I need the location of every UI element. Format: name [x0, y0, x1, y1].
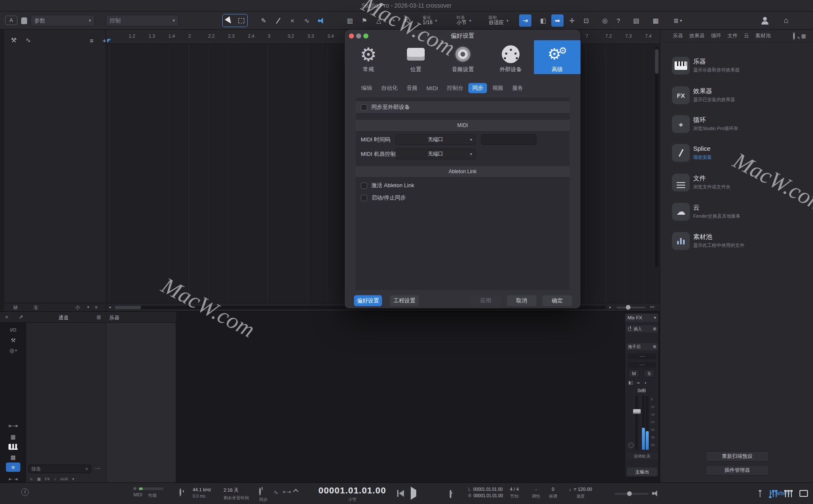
tempo-cluster[interactable]: ♩= 120.00 速度	[569, 487, 592, 499]
plugin-manager-button[interactable]: 插件管理器	[705, 465, 769, 476]
samplerate-cluster[interactable]: 44.1 kHz 0.0 ms	[193, 487, 211, 498]
snap-toggle-button[interactable]: ⇥	[519, 14, 531, 27]
table-view-icon[interactable]: ▦	[6, 432, 20, 441]
tab-video[interactable]: 视频	[488, 83, 507, 93]
fader-track[interactable]	[635, 396, 638, 450]
list-view-icon[interactable]: ≡	[6, 462, 20, 472]
fader-handle[interactable]	[633, 409, 641, 414]
solo-button[interactable]: S	[644, 369, 655, 377]
track-zoom-menu-icon[interactable]: ≡	[95, 305, 97, 310]
wave-icon[interactable]: ∿	[274, 489, 278, 496]
vertical-scrollbar[interactable]	[655, 47, 658, 267]
wrench-icon[interactable]: ⚒	[8, 36, 20, 45]
preferences-footer-button[interactable]: 偏好设置	[354, 295, 382, 306]
user-account-icon[interactable]	[759, 14, 771, 27]
filter-input[interactable]	[31, 466, 86, 471]
browser-tab-cloud[interactable]: 云	[744, 32, 749, 39]
io-label[interactable]: I/O	[6, 325, 20, 335]
piano-view-icon[interactable]	[6, 442, 20, 451]
tab-audio[interactable]: 音频	[403, 83, 421, 93]
knife-tool-button[interactable]	[272, 14, 284, 27]
send-slot[interactable]	[628, 362, 656, 368]
power-icon[interactable]	[259, 487, 261, 496]
midi-timecode-select[interactable]: 无端口▾	[395, 134, 476, 145]
chevron-down-icon[interactable]: ▾	[87, 305, 89, 309]
more-options-icon[interactable]: ⋯	[95, 465, 100, 471]
control-combo[interactable]: 控制▾	[106, 15, 179, 26]
browser-view-icon[interactable]: ▦	[801, 33, 806, 39]
hand-tool-icon[interactable]	[18, 14, 30, 27]
browse-view-icon[interactable]	[799, 490, 808, 497]
browser-tab-loops[interactable]: 循环	[711, 32, 721, 39]
listen-tool-button[interactable]	[315, 14, 327, 27]
arrow-tool-button[interactable]	[223, 14, 235, 27]
page-locations[interactable]: 位置	[393, 40, 439, 74]
paint-tool-button[interactable]: ✎	[257, 14, 270, 27]
video-icon[interactable]: ▤	[630, 14, 642, 27]
wave-icon[interactable]: ∿	[30, 477, 33, 481]
precount-icon[interactable]: ◔	[387, 14, 399, 27]
browser-tab-pool[interactable]: 素材池	[755, 32, 771, 39]
browser-item-effects[interactable]: FX 效果器 显示已安装的效果器	[660, 86, 813, 113]
ableton-activate-checkbox[interactable]	[361, 183, 367, 189]
track-height-label[interactable]: 小	[75, 305, 80, 311]
instrument-column-header[interactable]: 乐器	[109, 314, 119, 321]
inserts-section-header[interactable]: 插入 ⊕	[626, 325, 658, 332]
browser-item-loops[interactable]: ◈ 循环 浏览Studio Pro循环库	[660, 115, 813, 141]
zoom-slider[interactable]	[617, 307, 645, 308]
tab-services[interactable]: 服务	[508, 83, 527, 93]
project-settings-button[interactable]: 工程设置	[390, 295, 419, 306]
range-tool-button[interactable]	[235, 14, 247, 27]
playhead-marker[interactable]	[107, 39, 111, 43]
frame-icon[interactable]: ⊡	[580, 14, 592, 27]
tab-console[interactable]: 控制台	[443, 83, 467, 93]
crosshair-icon[interactable]: ✛	[566, 14, 578, 27]
expand-chevron-icon[interactable]	[293, 489, 299, 494]
channel-list[interactable]	[26, 323, 106, 483]
browser-item-pool[interactable]: 素材池 显示此工程中使用的文件	[660, 232, 813, 258]
add-send-icon[interactable]: ⊕	[653, 344, 656, 349]
scroll-left-icon[interactable]: ◂	[109, 305, 111, 309]
midi-plug-icon[interactable]: ◎▾	[6, 346, 20, 355]
ok-button[interactable]: 确定	[542, 295, 572, 306]
params-combo[interactable]: 参数▾	[30, 15, 95, 26]
record-mode-icon[interactable]: ◎	[599, 14, 611, 27]
apply-button[interactable]: 应用	[471, 295, 501, 306]
channel-column-header[interactable]: 通道	[58, 314, 69, 321]
note-icon[interactable]: ♪	[54, 477, 56, 481]
macro-panel-icon[interactable]: ≣▾	[672, 14, 684, 27]
zoom-fit-icon[interactable]: ▭	[650, 304, 654, 310]
close-icon[interactable]: ×	[5, 314, 8, 320]
power-icon[interactable]	[628, 327, 632, 331]
cancel-button[interactable]: 取消	[507, 295, 536, 306]
sort-icon[interactable]: ▥	[97, 314, 101, 320]
pan-knob-icon[interactable]: ◑	[644, 380, 646, 385]
start-stop-sync-checkbox[interactable]	[361, 195, 367, 201]
pan-dial[interactable]	[628, 443, 634, 448]
mixfx-header[interactable]: Mix FX▾	[625, 313, 658, 322]
tab-midi[interactable]: MIDI	[423, 83, 442, 93]
wrench-icon[interactable]: ⚒	[6, 335, 20, 345]
browser-item-splice[interactable]: Splice 现在安装	[660, 144, 813, 170]
page-advanced[interactable]: ⚙⚙ 高级	[534, 40, 581, 74]
aux-label[interactable]: AUX	[60, 477, 68, 481]
quantize-combo[interactable]: 量化1/16 ▾	[420, 13, 440, 28]
track-list-menu-icon[interactable]: ≡	[86, 36, 98, 45]
link-icon[interactable]: ∞	[637, 380, 640, 385]
midi-machine-select[interactable]: 无端口▾	[395, 149, 476, 159]
browser-tab-instruments[interactable]: 乐器	[673, 32, 683, 39]
transpose-cluster[interactable]: 0 移调	[549, 487, 557, 499]
browser-tab-effects[interactable]: 效果器	[689, 32, 705, 39]
master-mute-button[interactable]: M	[12, 304, 19, 311]
launcher-grid-icon[interactable]: ▦	[650, 14, 662, 27]
loop-range-cluster[interactable]: L 00001.01.01.00 R 00001.01.01.00	[468, 487, 503, 498]
tab-sync[interactable]: 同步	[468, 83, 487, 93]
add-insert-icon[interactable]: ⊕	[653, 327, 656, 331]
arranger-track-icon[interactable]: ▥	[344, 14, 356, 27]
bend-tool-button[interactable]: ∿	[301, 14, 313, 27]
midi-timecode-extra-field[interactable]	[481, 134, 536, 145]
snap-combo[interactable]: 吸附自适应 ▾	[486, 13, 511, 28]
sends-section-header[interactable]: 推子后 ⊕	[626, 343, 658, 350]
input-meter-icon[interactable]: ▮▯	[628, 380, 633, 385]
chevron-down-icon[interactable]: ▾	[72, 477, 75, 481]
